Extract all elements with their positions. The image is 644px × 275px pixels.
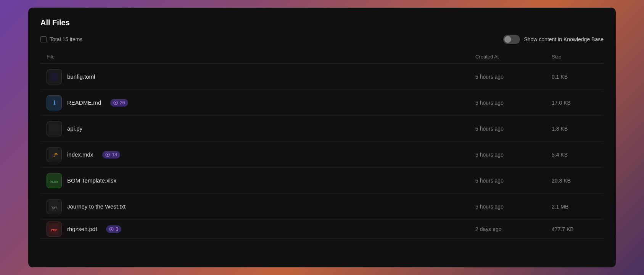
table-row[interactable]: 🐰 bunfig.toml 5 hours ago 0.1 KB [40, 64, 604, 90]
knowledge-badge: 26 [110, 99, 128, 107]
total-items: Total 15 items [40, 36, 82, 42]
file-cell: 🐰 bunfig.toml [47, 69, 475, 84]
table-header: File Created At Size [40, 50, 604, 64]
svg-text:XLSX: XLSX [50, 180, 59, 183]
file-cell: ℹ README.md 26 [47, 95, 475, 110]
svg-point-0 [50, 72, 59, 81]
col-header-size: Size [552, 54, 597, 60]
file-icon-bun: 🐰 [47, 69, 62, 84]
table-body: 🐰 bunfig.toml 5 hours ago 0.1 KB ℹ READM… [40, 64, 604, 239]
knowledge-badge: 3 [106, 225, 121, 233]
table-row[interactable]: 🐍 api.py 5 hours ago 1.8 KB [40, 116, 604, 142]
file-name: api.py [67, 125, 82, 132]
svg-rect-6 [49, 123, 60, 134]
file-size: 1.8 KB [552, 126, 597, 132]
file-cell: PDF rhgzseh.pdf 3 [47, 222, 475, 237]
svg-text:PDF: PDF [51, 228, 57, 232]
all-files-panel: All Files Total 15 items Show content in… [28, 8, 616, 267]
svg-text:TXT: TXT [51, 206, 57, 209]
total-items-label: Total 15 items [50, 36, 82, 42]
col-header-file: File [47, 54, 475, 60]
file-icon-py: 🐍 [47, 121, 62, 136]
created-at: 5 hours ago [475, 74, 552, 80]
file-name: Journey to the West.txt [67, 203, 126, 210]
page-title: All Files [40, 18, 604, 27]
file-size: 17.0 KB [552, 100, 597, 106]
created-at: 2 days ago [475, 226, 552, 232]
col-header-created: Created At [475, 54, 552, 60]
svg-point-20 [111, 228, 112, 230]
knowledge-base-toggle[interactable] [503, 35, 520, 44]
file-size: 0.1 KB [552, 74, 597, 80]
file-icon-md: ℹ [47, 95, 62, 110]
created-at: 5 hours ago [475, 126, 552, 132]
svg-text:M↓: M↓ [55, 152, 58, 155]
file-icon-pdf: PDF [47, 222, 62, 237]
created-at: 5 hours ago [475, 178, 552, 184]
select-all-checkbox[interactable] [40, 36, 47, 42]
file-icon-txt: TXT [47, 199, 62, 214]
table-row[interactable]: TXT Journey to the West.txt 5 hours ago … [40, 194, 604, 220]
knowledge-badge: 13 [102, 151, 120, 159]
table-row[interactable]: ↓ M↓ index.mdx 13 5 hours ago 5.4 KB [40, 142, 604, 168]
file-name: README.md [67, 99, 101, 106]
toolbar: Total 15 items Show content in Knowledge… [40, 35, 604, 44]
file-size: 477.7 KB [552, 226, 597, 232]
file-cell: 🐍 api.py [47, 121, 475, 136]
table-row[interactable]: XLSX BOM Template.xlsx 5 hours ago 20.8 … [40, 168, 604, 194]
file-name: bunfig.toml [67, 73, 95, 80]
file-name: BOM Template.xlsx [67, 177, 116, 184]
file-name: index.mdx [67, 151, 93, 158]
created-at: 5 hours ago [475, 100, 552, 106]
svg-point-12 [107, 154, 108, 155]
table-row[interactable]: ℹ README.md 26 5 hours ago 17.0 KB [40, 90, 604, 116]
knowledge-base-toggle-label: Show content in Knowledge Base [524, 36, 604, 42]
file-cell: ↓ M↓ index.mdx 13 [47, 147, 475, 162]
file-icon-xlsx: XLSX [47, 173, 62, 188]
file-cell: TXT Journey to the West.txt [47, 199, 475, 214]
file-size: 2.1 MB [552, 204, 597, 210]
file-size: 5.4 KB [552, 152, 597, 158]
knowledge-base-toggle-area: Show content in Knowledge Base [503, 35, 604, 44]
created-at: 5 hours ago [475, 204, 552, 210]
created-at: 5 hours ago [475, 152, 552, 158]
table-row[interactable]: PDF rhgzseh.pdf 3 2 days ago 477.7 KB [40, 220, 604, 239]
file-icon-mdx: ↓ M↓ [47, 147, 62, 162]
file-size: 20.8 KB [552, 178, 597, 184]
svg-point-5 [115, 102, 116, 104]
file-cell: XLSX BOM Template.xlsx [47, 173, 475, 188]
file-name: rhgzseh.pdf [67, 226, 97, 232]
